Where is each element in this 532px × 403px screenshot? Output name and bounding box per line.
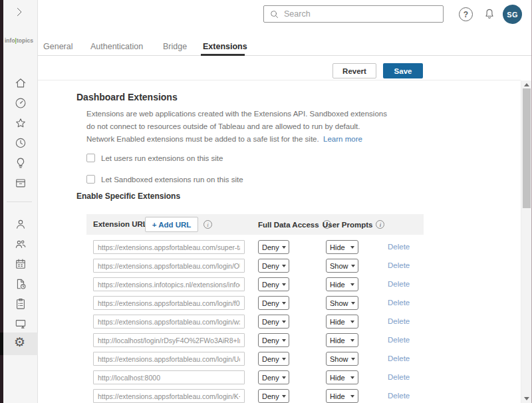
user-prompts-select[interactable]: Hide [326, 370, 358, 384]
user-avatar[interactable]: SG [503, 5, 522, 24]
extension-url-input[interactable] [93, 370, 245, 384]
extensions-table-rows: Deny Hide Delete Deny Show Delete Deny H… [86, 240, 424, 403]
table-row: Deny Hide Delete [86, 389, 424, 403]
settings-gear-icon[interactable]: ⚙ [14, 336, 25, 349]
search-icon [269, 9, 279, 19]
add-url-button[interactable]: + Add URL [145, 217, 198, 232]
full-data-access-select[interactable]: Deny [258, 389, 289, 403]
sidebar-item-groups[interactable] [14, 237, 27, 251]
delete-link[interactable]: Delete [388, 280, 410, 288]
tableau-site-settings-page: info|topics [0, 0, 532, 403]
sidebar-expand-button[interactable] [13, 6, 25, 18]
extension-url-input[interactable] [93, 240, 245, 254]
sidebar-item-collections[interactable] [14, 176, 27, 190]
sidebar-item-site-status[interactable] [14, 317, 27, 331]
extension-url-input[interactable] [93, 296, 245, 310]
full-data-access-select[interactable]: Deny [258, 370, 289, 384]
delete-link[interactable]: Delete [388, 243, 410, 251]
file-clock-icon [14, 277, 27, 291]
delete-link[interactable]: Delete [388, 261, 410, 269]
table-row: Deny Hide Delete [86, 333, 424, 347]
user-prompts-select[interactable]: Hide [326, 333, 358, 347]
extension-url-input[interactable] [93, 333, 245, 347]
sidebar-item-home[interactable] [14, 76, 27, 90]
help-button[interactable]: ? [459, 7, 473, 21]
checkbox-icon[interactable] [86, 175, 95, 184]
delete-link[interactable]: Delete [388, 392, 410, 400]
sidebar-item-users[interactable] [14, 217, 27, 231]
scroll-down-button[interactable] [521, 394, 532, 403]
user-prompts-select[interactable]: Hide [326, 315, 358, 329]
full-data-access-select[interactable]: Deny [258, 240, 289, 254]
extension-url-input[interactable] [93, 259, 245, 273]
full-data-access-select[interactable]: Deny [258, 277, 289, 291]
extensions-table-header: Extension URL + Add URL i Full Data Acce… [86, 214, 424, 235]
bell-icon [483, 7, 496, 21]
arrow-down-icon [524, 397, 529, 400]
delete-link[interactable]: Delete [388, 336, 410, 344]
checkbox-run-extensions[interactable]: Let users run extensions on this site [86, 154, 223, 162]
full-data-access-select[interactable]: Deny [258, 315, 289, 329]
tab-general[interactable]: General [43, 42, 72, 51]
sidebar-divider [7, 202, 32, 202]
delete-link[interactable]: Delete [388, 317, 410, 325]
delete-link[interactable]: Delete [388, 354, 410, 362]
chevron-down-icon [350, 283, 354, 286]
extension-url-input[interactable] [93, 315, 245, 329]
user-prompts-select[interactable]: Show [326, 352, 358, 366]
scrollbar-thumb[interactable] [523, 88, 531, 208]
delete-link[interactable]: Delete [388, 373, 410, 381]
search-input[interactable] [284, 9, 438, 19]
checkbox-sandboxed-extensions[interactable]: Let Sandboxed extensions run on this sit… [86, 175, 243, 184]
sidebar-item-recents[interactable] [14, 136, 27, 150]
full-data-access-select[interactable]: Deny [258, 333, 289, 347]
save-button[interactable]: Save [383, 63, 423, 78]
sidebar-item-schedules[interactable] [14, 257, 27, 271]
lightbulb-icon [14, 156, 27, 170]
chevron-down-icon [282, 321, 286, 323]
notifications-button[interactable] [483, 7, 496, 21]
table-row: Deny Hide Delete [86, 370, 424, 384]
sidebar-item-tasks[interactable] [14, 297, 27, 311]
full-data-access-select[interactable]: Deny [258, 259, 289, 273]
table-row: Deny Hide Delete [86, 277, 424, 291]
user-prompts-select[interactable]: Hide [326, 277, 358, 291]
sidebar-item-jobs[interactable] [14, 277, 27, 291]
sidebar-item-recommendations[interactable] [14, 156, 27, 170]
active-item-indicator [0, 333, 3, 355]
extension-url-input[interactable] [93, 389, 245, 403]
chevron-down-icon [282, 358, 286, 360]
extension-url-input[interactable] [93, 277, 245, 291]
tab-authentication[interactable]: Authentication [90, 42, 143, 51]
sidebar-item-favorites[interactable] [14, 116, 27, 130]
full-data-access-select[interactable]: Deny [258, 296, 289, 310]
user-prompts-select[interactable]: Hide [326, 240, 358, 254]
table-row: Deny Show Delete [86, 259, 424, 273]
chevron-down-icon [282, 302, 286, 305]
tab-extensions[interactable]: Extensions [203, 42, 247, 51]
checkbox-label: Let users run extensions on this site [101, 154, 223, 162]
checkbox-label: Let Sandboxed extensions run on this sit… [101, 176, 243, 184]
full-data-access-select[interactable]: Deny [258, 352, 289, 366]
column-header-user-prompts: User Promptsi [323, 220, 384, 229]
chevron-down-icon [282, 376, 286, 379]
column-header-extension-url: Extension URL [93, 220, 148, 228]
user-prompts-select[interactable]: Hide [326, 389, 358, 403]
chevron-down-icon [351, 358, 355, 360]
tab-bridge[interactable]: Bridge [163, 42, 187, 51]
vertical-scrollbar[interactable] [521, 80, 531, 403]
info-icon[interactable]: i [376, 220, 384, 229]
sidebar-item-explore[interactable] [14, 96, 27, 110]
people-group-icon [14, 237, 27, 251]
checkbox-icon[interactable] [86, 154, 95, 162]
user-prompts-select[interactable]: Show [326, 296, 358, 310]
info-icon[interactable]: i [203, 220, 212, 229]
learn-more-link[interactable]: Learn more [323, 135, 362, 143]
user-prompts-select[interactable]: Show [326, 259, 358, 273]
column-header-full-data-access: Full Data Accessi [258, 220, 331, 229]
archive-box-icon [14, 176, 27, 190]
revert-button[interactable]: Revert [332, 63, 376, 78]
delete-link[interactable]: Delete [388, 299, 410, 307]
extension-url-input[interactable] [93, 352, 245, 366]
star-icon [14, 116, 27, 130]
